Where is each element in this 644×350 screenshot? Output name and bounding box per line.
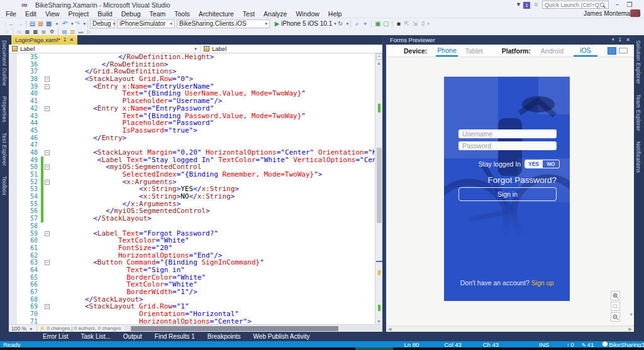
breakpoint-window-icon[interactable]: ■: [394, 19, 402, 28]
solution-config-combo[interactable]: Debug▾: [90, 19, 115, 28]
window-position-icon[interactable]: ▾: [612, 37, 614, 43]
refresh-icon[interactable]: ↻: [336, 19, 345, 28]
fold-collapse-icon[interactable]: −: [45, 77, 50, 82]
step-over-icon[interactable]: ⇱: [402, 19, 411, 28]
code-editor[interactable]: 35</RowDefinition.Height>36</RowDefiniti…: [9, 53, 375, 325]
step-out-icon[interactable]: ⇳: [419, 19, 427, 28]
menu-item[interactable]: Project: [64, 9, 94, 18]
redo-icon[interactable]: ↷: [74, 19, 82, 28]
nav-members-combo[interactable]: Label: [201, 45, 382, 53]
panel-tab[interactable]: Output: [118, 332, 147, 341]
notification-badge[interactable]: 1: [523, 1, 530, 9]
platform-combo[interactable]: iPhoneSimulator▾: [117, 19, 175, 28]
new-file-icon[interactable]: ▤: [28, 19, 36, 28]
menu-item[interactable]: Team: [145, 9, 170, 18]
device-option-phone[interactable]: Phone: [436, 45, 457, 57]
nav-types-combo[interactable]: Label ▾: [9, 45, 201, 53]
tool-tab[interactable]: Solution Explorer: [634, 35, 643, 89]
tool-tab[interactable]: Properties: [0, 91, 9, 128]
pushes-indicator[interactable]: ↑0: [565, 341, 574, 348]
device-option-tablet[interactable]: Tablet: [464, 46, 484, 56]
scroll-thumb[interactable]: [377, 148, 382, 223]
fold-collapse-icon[interactable]: −: [45, 165, 50, 170]
scroll-down-icon[interactable]: ▼: [377, 319, 381, 324]
pin-icon[interactable]: ↧: [618, 37, 623, 43]
run-icon[interactable]: ▶: [273, 19, 281, 28]
close-icon[interactable]: ✕: [626, 37, 630, 43]
navigate-forward-icon[interactable]: →: [16, 19, 24, 28]
navigate-back-icon[interactable]: ←: [8, 19, 16, 28]
edits-indicator[interactable]: ✎41: [580, 341, 594, 348]
avatar[interactable]: [630, 9, 640, 17]
tool-tab[interactable]: Test Explorer: [0, 128, 9, 172]
document-tab[interactable]: LoginPage.xaml* ↧ ✕: [11, 35, 77, 45]
scroll-up-icon[interactable]: ▲: [377, 61, 381, 65]
save-all-icon[interactable]: ▪: [53, 19, 61, 28]
quick-launch[interactable]: [542, 1, 609, 9]
tool-tab[interactable]: Toolbox: [0, 171, 9, 200]
save-icon[interactable]: ▩: [45, 19, 53, 28]
fold-collapse-icon[interactable]: −: [45, 84, 50, 89]
menu-item[interactable]: Analyze: [259, 9, 291, 18]
panel-tab[interactable]: Error List: [38, 332, 74, 341]
zoom-reset-button[interactable]: [611, 302, 620, 311]
panel-tab[interactable]: Find Results 1: [150, 332, 200, 341]
tool-tab[interactable]: Notifications: [634, 136, 643, 178]
portrait-orientation-icon[interactable]: [608, 47, 616, 55]
split-editor-handle[interactable]: +: [376, 53, 382, 60]
zoom-out-button[interactable]: [611, 312, 620, 322]
fold-collapse-icon[interactable]: −: [45, 260, 50, 265]
find-dropdown-icon[interactable]: ▾: [361, 19, 369, 28]
platform-option-android[interactable]: Android: [540, 46, 565, 56]
scroll-thumb[interactable]: [131, 326, 338, 331]
tool-tab[interactable]: Team Explorer: [634, 89, 643, 136]
minimize-button[interactable]: −: [613, 1, 623, 8]
scroll-right-icon[interactable]: ▶: [629, 327, 632, 332]
scroll-down-icon[interactable]: ▼: [629, 312, 633, 317]
fold-collapse-icon[interactable]: −: [45, 150, 50, 155]
previewer-vertical-scrollbar[interactable]: ▼: [628, 57, 634, 325]
menu-item[interactable]: Window: [291, 9, 323, 18]
panel-tab[interactable]: Task List...: [76, 332, 116, 341]
menu-item[interactable]: Tools: [170, 9, 194, 18]
quick-launch-input[interactable]: [545, 2, 600, 8]
previewer-horizontal-scrollbar[interactable]: ◀ ▶: [386, 325, 634, 332]
toolbar-overflow-icon[interactable]: ▾: [427, 21, 430, 26]
step-into-icon[interactable]: ⇲: [411, 19, 419, 28]
zoom-in-button[interactable]: [611, 291, 620, 300]
scroll-left-icon[interactable]: ◀: [388, 327, 391, 332]
open-file-icon[interactable]: ▦: [36, 19, 45, 28]
platform-option-ios[interactable]: iOS: [574, 45, 597, 57]
fold-collapse-icon[interactable]: −: [45, 304, 50, 309]
fold-collapse-icon[interactable]: −: [45, 180, 50, 185]
find-icon[interactable]: ⌕: [353, 19, 361, 28]
redo-dropdown-icon[interactable]: ▾: [84, 21, 86, 26]
fold-collapse-icon[interactable]: −: [45, 231, 50, 236]
tool-tab[interactable]: Document Outline: [0, 35, 9, 91]
menu-item[interactable]: Architecture: [194, 9, 238, 18]
menu-item[interactable]: Edit: [21, 9, 41, 18]
zoom-combo[interactable]: 100 % ▾: [9, 325, 35, 332]
fold-collapse-icon[interactable]: −: [45, 106, 50, 111]
codelens-summary[interactable]: ⚡ 0 changes | 0 authors, 0 changes: [39, 325, 125, 331]
undo-icon[interactable]: ↶: [61, 19, 69, 28]
filter-icon[interactable]: ▼: [516, 1, 521, 8]
editor-vertical-scrollbar[interactable]: + ▲ ▼: [375, 53, 382, 325]
menu-item[interactable]: Help: [324, 9, 347, 18]
landscape-orientation-icon[interactable]: [619, 48, 628, 53]
menu-item[interactable]: Debug: [117, 9, 145, 18]
editor-horizontal-scrollbar[interactable]: [125, 325, 382, 332]
test-explorer-icon[interactable]: ▢: [382, 19, 390, 28]
tab-close-icon[interactable]: ✕: [70, 37, 74, 43]
menu-item[interactable]: View: [41, 9, 64, 18]
restore-button[interactable]: ❐: [625, 1, 635, 8]
menu-item[interactable]: File: [1, 9, 21, 18]
panel-tab[interactable]: Web Publish Activity: [248, 332, 315, 341]
run-target[interactable]: iPhone 5 iOS 10.1: [281, 20, 332, 27]
repo-indicator[interactable]: BikeSharing360: [601, 341, 644, 348]
panel-tab[interactable]: Breakpoints: [203, 332, 246, 341]
startup-project-combo[interactable]: BikeSharing.Clients.iOS▾: [177, 19, 270, 28]
start-unit-tests-icon[interactable]: ▣: [374, 19, 382, 28]
menu-item[interactable]: Test: [238, 9, 259, 18]
pin-icon[interactable]: ↧: [63, 37, 67, 43]
